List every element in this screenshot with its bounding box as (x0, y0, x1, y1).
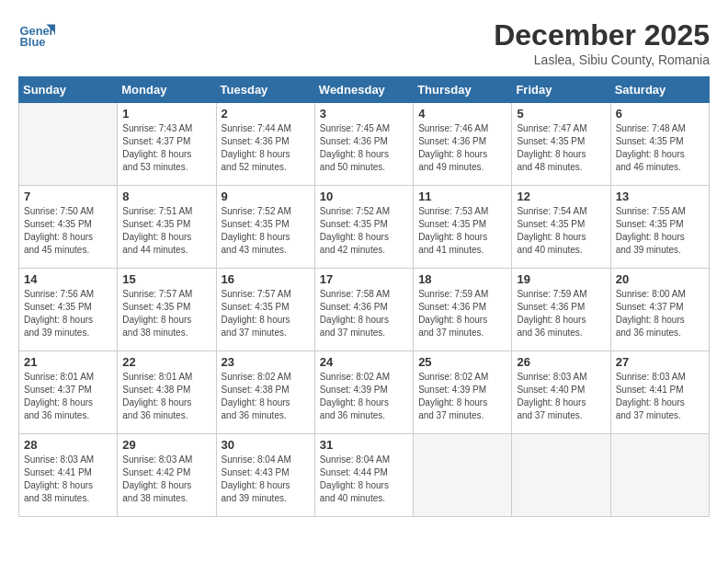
calendar-cell: 13Sunrise: 7:55 AM Sunset: 4:35 PM Dayli… (610, 186, 709, 269)
day-number: 24 (320, 355, 408, 369)
calendar-cell (414, 434, 512, 517)
day-info: Sunrise: 7:46 AM Sunset: 4:36 PM Dayligh… (418, 122, 506, 174)
calendar-cell: 28Sunrise: 8:03 AM Sunset: 4:41 PM Dayli… (19, 434, 118, 517)
day-info: Sunrise: 7:55 AM Sunset: 4:35 PM Dayligh… (616, 205, 704, 257)
calendar-cell: 14Sunrise: 7:56 AM Sunset: 4:35 PM Dayli… (19, 269, 118, 351)
logo: General Blue (18, 18, 55, 55)
day-number: 28 (24, 438, 112, 452)
calendar-cell: 17Sunrise: 7:58 AM Sunset: 4:36 PM Dayli… (314, 269, 413, 351)
day-number: 27 (616, 355, 704, 369)
calendar-cell: 16Sunrise: 7:57 AM Sunset: 4:35 PM Dayli… (216, 269, 314, 351)
calendar-cell (512, 434, 610, 517)
calendar-cell: 2Sunrise: 7:44 AM Sunset: 4:36 PM Daylig… (216, 103, 314, 186)
day-info: Sunrise: 8:01 AM Sunset: 4:37 PM Dayligh… (24, 371, 112, 422)
calendar-cell: 18Sunrise: 7:59 AM Sunset: 4:36 PM Dayli… (414, 269, 512, 351)
day-number: 22 (122, 355, 210, 369)
day-number: 31 (320, 438, 408, 452)
day-number: 16 (222, 272, 310, 286)
day-info: Sunrise: 7:52 AM Sunset: 4:35 PM Dayligh… (320, 205, 408, 257)
calendar-cell: 3Sunrise: 7:45 AM Sunset: 4:36 PM Daylig… (314, 103, 413, 186)
weekday-header-monday: Monday (118, 77, 216, 103)
calendar-cell: 12Sunrise: 7:54 AM Sunset: 4:35 PM Dayli… (512, 186, 610, 269)
day-info: Sunrise: 7:54 AM Sunset: 4:35 PM Dayligh… (517, 205, 605, 257)
day-info: Sunrise: 7:48 AM Sunset: 4:35 PM Dayligh… (616, 122, 704, 174)
day-number: 29 (122, 438, 210, 452)
calendar-cell: 11Sunrise: 7:53 AM Sunset: 4:35 PM Dayli… (414, 186, 512, 269)
location: Laslea, Sibiu County, Romania (494, 52, 710, 67)
calendar-cell: 24Sunrise: 8:02 AM Sunset: 4:39 PM Dayli… (314, 351, 413, 434)
calendar-cell: 20Sunrise: 8:00 AM Sunset: 4:37 PM Dayli… (610, 269, 709, 351)
weekday-header-sunday: Sunday (19, 77, 118, 103)
day-info: Sunrise: 7:57 AM Sunset: 4:35 PM Dayligh… (122, 288, 210, 339)
day-number: 25 (418, 355, 506, 369)
weekday-header-saturday: Saturday (610, 77, 709, 103)
day-info: Sunrise: 8:03 AM Sunset: 4:40 PM Dayligh… (517, 371, 605, 422)
day-number: 7 (24, 190, 112, 203)
day-number: 3 (320, 107, 408, 121)
weekday-header-friday: Friday (512, 77, 610, 103)
day-info: Sunrise: 7:57 AM Sunset: 4:35 PM Dayligh… (222, 288, 310, 339)
calendar-week-row: 21Sunrise: 8:01 AM Sunset: 4:37 PM Dayli… (19, 351, 710, 434)
day-number: 30 (222, 438, 310, 452)
calendar: SundayMondayTuesdayWednesdayThursdayFrid… (18, 76, 710, 517)
calendar-cell: 22Sunrise: 8:01 AM Sunset: 4:38 PM Dayli… (118, 351, 216, 434)
day-number: 12 (517, 190, 605, 203)
calendar-cell (19, 103, 118, 186)
calendar-cell: 4Sunrise: 7:46 AM Sunset: 4:36 PM Daylig… (414, 103, 512, 186)
logo-icon: General Blue (18, 18, 55, 55)
day-info: Sunrise: 7:45 AM Sunset: 4:36 PM Dayligh… (320, 122, 408, 174)
day-number: 21 (24, 355, 112, 369)
calendar-cell: 27Sunrise: 8:03 AM Sunset: 4:41 PM Dayli… (610, 351, 709, 434)
day-number: 4 (418, 107, 506, 121)
day-number: 11 (418, 190, 506, 203)
calendar-cell: 7Sunrise: 7:50 AM Sunset: 4:35 PM Daylig… (19, 186, 118, 269)
calendar-cell: 23Sunrise: 8:02 AM Sunset: 4:38 PM Dayli… (216, 351, 314, 434)
day-info: Sunrise: 7:56 AM Sunset: 4:35 PM Dayligh… (24, 288, 112, 339)
calendar-cell: 9Sunrise: 7:52 AM Sunset: 4:35 PM Daylig… (216, 186, 314, 269)
day-number: 9 (222, 190, 310, 203)
calendar-cell: 5Sunrise: 7:47 AM Sunset: 4:35 PM Daylig… (512, 103, 610, 186)
day-info: Sunrise: 8:00 AM Sunset: 4:37 PM Dayligh… (616, 288, 704, 339)
day-info: Sunrise: 8:02 AM Sunset: 4:38 PM Dayligh… (222, 371, 310, 422)
day-number: 8 (122, 190, 210, 203)
day-number: 2 (222, 107, 310, 121)
calendar-week-row: 28Sunrise: 8:03 AM Sunset: 4:41 PM Dayli… (19, 434, 710, 517)
weekday-header-row: SundayMondayTuesdayWednesdayThursdayFrid… (19, 77, 710, 103)
day-number: 14 (24, 272, 112, 286)
day-info: Sunrise: 7:50 AM Sunset: 4:35 PM Dayligh… (24, 205, 112, 257)
day-number: 17 (320, 272, 408, 286)
calendar-cell: 31Sunrise: 8:04 AM Sunset: 4:44 PM Dayli… (314, 434, 413, 517)
day-info: Sunrise: 7:59 AM Sunset: 4:36 PM Dayligh… (418, 288, 506, 339)
day-info: Sunrise: 7:43 AM Sunset: 4:37 PM Dayligh… (122, 122, 210, 174)
page-header: General Blue December 2025 Laslea, Sibiu… (18, 18, 710, 67)
day-info: Sunrise: 8:04 AM Sunset: 4:44 PM Dayligh… (320, 454, 408, 505)
title-block: December 2025 Laslea, Sibiu County, Roma… (494, 18, 710, 67)
day-number: 13 (616, 190, 704, 203)
day-info: Sunrise: 8:02 AM Sunset: 4:39 PM Dayligh… (418, 371, 506, 422)
day-number: 6 (616, 107, 704, 121)
day-number: 23 (222, 355, 310, 369)
day-info: Sunrise: 8:04 AM Sunset: 4:43 PM Dayligh… (222, 454, 310, 505)
calendar-week-row: 7Sunrise: 7:50 AM Sunset: 4:35 PM Daylig… (19, 186, 710, 269)
day-number: 18 (418, 272, 506, 286)
calendar-cell: 15Sunrise: 7:57 AM Sunset: 4:35 PM Dayli… (118, 269, 216, 351)
calendar-cell: 25Sunrise: 8:02 AM Sunset: 4:39 PM Dayli… (414, 351, 512, 434)
day-number: 1 (122, 107, 210, 121)
day-info: Sunrise: 8:03 AM Sunset: 4:41 PM Dayligh… (616, 371, 704, 422)
day-info: Sunrise: 7:51 AM Sunset: 4:35 PM Dayligh… (122, 205, 210, 257)
calendar-week-row: 1Sunrise: 7:43 AM Sunset: 4:37 PM Daylig… (19, 103, 710, 186)
calendar-cell (610, 434, 709, 517)
svg-text:Blue: Blue (20, 35, 46, 49)
day-info: Sunrise: 7:59 AM Sunset: 4:36 PM Dayligh… (517, 288, 605, 339)
day-info: Sunrise: 8:01 AM Sunset: 4:38 PM Dayligh… (122, 371, 210, 422)
day-info: Sunrise: 8:03 AM Sunset: 4:41 PM Dayligh… (24, 454, 112, 505)
calendar-cell: 30Sunrise: 8:04 AM Sunset: 4:43 PM Dayli… (216, 434, 314, 517)
calendar-cell: 1Sunrise: 7:43 AM Sunset: 4:37 PM Daylig… (118, 103, 216, 186)
day-info: Sunrise: 7:52 AM Sunset: 4:35 PM Dayligh… (222, 205, 310, 257)
day-number: 5 (517, 107, 605, 121)
calendar-cell: 6Sunrise: 7:48 AM Sunset: 4:35 PM Daylig… (610, 103, 709, 186)
calendar-cell: 29Sunrise: 8:03 AM Sunset: 4:42 PM Dayli… (118, 434, 216, 517)
weekday-header-wednesday: Wednesday (314, 77, 413, 103)
day-number: 10 (320, 190, 408, 203)
calendar-cell: 26Sunrise: 8:03 AM Sunset: 4:40 PM Dayli… (512, 351, 610, 434)
